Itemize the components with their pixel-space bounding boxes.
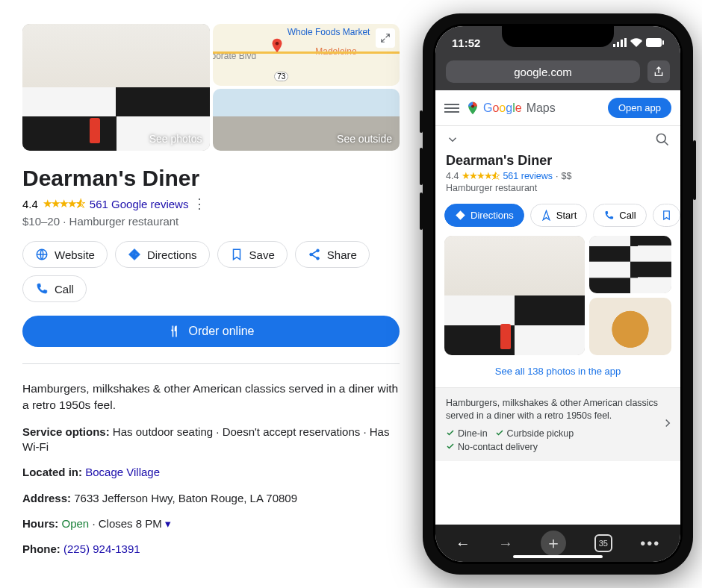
service-label: Service options: — [22, 425, 110, 438]
m-start-label: Start — [556, 210, 577, 221]
svg-rect-8 — [624, 38, 627, 47]
phone-icon — [35, 282, 49, 295]
see-photos-label: See photos — [149, 133, 202, 145]
located-link[interactable]: Bocage Village — [85, 466, 160, 478]
service-options: Service options: Has outdoor seating · D… — [22, 425, 400, 455]
business-title: Dearman's Diner — [22, 166, 400, 191]
search-icon[interactable] — [655, 132, 670, 147]
back-button[interactable]: ← — [456, 535, 470, 552]
svg-point-11 — [471, 104, 474, 107]
bookmark-icon — [661, 210, 672, 221]
maps-header: Google Maps Open app — [435, 90, 680, 126]
hamburger-menu-icon[interactable] — [444, 104, 459, 113]
save-button[interactable]: Save — [217, 241, 288, 268]
open-status: Open — [62, 517, 90, 530]
expand-map-button[interactable] — [376, 28, 395, 48]
check-dinein: Dine-in — [446, 428, 488, 439]
notch — [502, 26, 614, 47]
located-in: Located in: Bocage Village — [22, 465, 400, 480]
exterior-photo-tile[interactable]: See outside — [213, 89, 400, 151]
decor — [90, 118, 100, 143]
forward-button[interactable]: → — [498, 535, 513, 552]
m-rating-line: 4.4 ★★★★⯪ 561 reviews · $$ — [435, 170, 680, 183]
silence-switch — [420, 110, 423, 133]
share-button[interactable]: Share — [295, 241, 370, 268]
maps-pin-icon — [465, 101, 480, 116]
rating-value: 4.4 — [22, 198, 38, 210]
m-photo-food[interactable] — [589, 298, 671, 355]
call-button[interactable]: Call — [22, 275, 87, 302]
url-field[interactable]: google.com — [446, 60, 640, 83]
map-thumbnail[interactable]: Whole Foods Market rporate Blvd Madelein… — [213, 24, 400, 86]
google-maps-logo[interactable]: Google Maps — [465, 101, 556, 116]
volume-up — [420, 148, 423, 185]
business-info: Service options: Has outdoor seating · D… — [22, 425, 400, 557]
hours[interactable]: Hours: Open · Closes 8 PM ▾ — [22, 516, 400, 531]
map-label-whole-foods: Whole Foods Market — [288, 27, 370, 37]
m-directions-label: Directions — [470, 210, 514, 221]
new-tab-button[interactable]: ＋ — [541, 531, 566, 556]
see-all-photos-link[interactable]: See all 138 photos in the app — [435, 355, 680, 387]
m-reviews-link[interactable]: 561 reviews — [503, 171, 553, 181]
phone-icon — [603, 210, 615, 221]
google-business-panel: See photos Whole Foods Market rporate Bl… — [22, 24, 400, 557]
directions-icon — [455, 210, 466, 221]
order-online-button[interactable]: Order online — [22, 316, 400, 347]
address-value: 7633 Jefferson Hwy, Baton Rouge, LA 7080… — [71, 492, 297, 504]
order-online-label: Order online — [188, 325, 254, 338]
tabs-button[interactable]: 35 — [594, 534, 612, 552]
action-buttons: Website Directions Save Share Call — [22, 241, 400, 302]
map-road — [213, 51, 400, 86]
website-label: Website — [55, 248, 95, 261]
status-icons — [613, 38, 664, 47]
svg-rect-10 — [662, 40, 664, 45]
chevron-down-icon[interactable] — [446, 133, 459, 146]
share-page-button[interactable] — [647, 60, 670, 83]
volume-down — [420, 193, 423, 230]
m-call-button[interactable]: Call — [593, 204, 646, 227]
website-button[interactable]: Website — [22, 241, 108, 268]
phone-link[interactable]: (225) 924-1391 — [63, 542, 140, 555]
m-stars: ★★★★⯪ — [462, 170, 500, 181]
located-label: Located in: — [22, 466, 82, 478]
m-service-checks: Dine-in Curbside pickup No-contact deliv… — [446, 428, 670, 452]
more-options-icon[interactable]: ⋮ — [193, 196, 206, 212]
bookmark-icon — [230, 248, 243, 261]
chevron-right-icon — [661, 416, 674, 433]
globe-icon — [35, 248, 49, 261]
star-icons: ★★★★⯪ — [43, 197, 85, 210]
directions-button[interactable]: Directions — [115, 241, 210, 268]
m-photo-main[interactable] — [444, 236, 585, 355]
photo-header: See photos Whole Foods Market rporate Bl… — [22, 24, 400, 151]
more-menu-icon[interactable]: ••• — [640, 535, 660, 552]
svg-rect-5 — [613, 44, 615, 47]
interior-photo-tile[interactable]: See photos — [22, 24, 210, 151]
hours-label: Hours: — [22, 517, 58, 530]
svg-rect-6 — [617, 42, 619, 47]
photo-right-column: Whole Foods Market rporate Blvd Madelein… — [213, 24, 400, 151]
m-description-box[interactable]: Hamburgers, milkshakes & other American … — [435, 387, 680, 461]
open-app-button[interactable]: Open app — [608, 98, 671, 118]
reviews-link[interactable]: 561 Google reviews — [90, 198, 189, 210]
check-curbside: Curbside pickup — [495, 428, 574, 439]
status-time: 11:52 — [452, 37, 480, 49]
m-directions-button[interactable]: Directions — [444, 204, 524, 227]
share-up-icon — [653, 66, 665, 78]
home-indicator[interactable] — [513, 555, 603, 558]
screen: 11:52 google.com Google Maps — [435, 26, 680, 562]
svg-point-0 — [275, 42, 279, 46]
m-save-button[interactable] — [653, 204, 680, 227]
m-rating-value: 4.4 — [446, 171, 459, 181]
rating-line: 4.4 ★★★★⯪ 561 Google reviews ⋮ — [22, 196, 400, 212]
safari-urlbar: google.com — [435, 59, 680, 90]
see-outside-label: See outside — [337, 133, 392, 145]
map-pin-icon — [269, 37, 285, 54]
dropdown-icon[interactable]: ▾ — [165, 517, 171, 530]
dot-sep: · — [556, 171, 558, 181]
m-start-button[interactable]: Start — [530, 204, 587, 227]
maps-suffix: Maps — [526, 101, 556, 115]
m-photo-interior[interactable] — [589, 236, 671, 293]
svg-point-12 — [657, 134, 666, 143]
directions-label: Directions — [147, 248, 197, 261]
m-description: Hamburgers, milkshakes & other American … — [446, 397, 670, 422]
